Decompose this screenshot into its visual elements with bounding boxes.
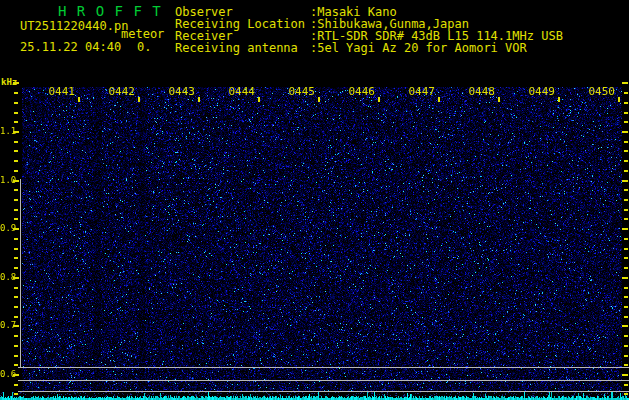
freq-tick-mark [624,384,628,386]
freq-tick-mark [624,345,628,347]
freq-tick-mark [624,238,628,240]
freq-tick-mark [14,248,18,250]
time-tick-label: 0445 [287,85,315,98]
time-tick-mark [618,97,620,102]
freq-tick-mark [13,82,19,84]
freq-tick-mark [624,364,628,366]
time-tick-mark [258,97,260,102]
freq-tick-label: 0.8 [0,272,16,282]
time-tick-label: 0446 [347,85,375,98]
freq-tick-mark [624,150,628,152]
freq-tick-mark [14,218,18,220]
freq-tick-mark [624,121,628,123]
freq-tick-mark [14,384,18,386]
freq-tick-mark [14,355,18,357]
freq-tick-mark [624,287,628,289]
freq-tick-mark [624,170,628,172]
datetime-text: 25.11.22 04:40 [20,40,121,54]
time-tick-mark [78,97,80,102]
noise-level-strip-canvas [0,392,629,400]
freq-tick-mark [624,160,628,162]
freq-tick-mark [624,102,628,104]
filename-text: UT2511220440.pn [20,19,128,33]
freq-tick-mark [14,209,18,211]
freq-tick-mark [624,316,628,318]
freq-tick-mark [14,345,18,347]
freq-tick-mark [624,296,628,298]
freq-tick-mark [14,257,18,259]
freq-tick-mark [624,199,628,201]
detection-band-lower-line [18,380,629,381]
freq-tick-mark [622,228,628,230]
receiving-antenna-label: Receiving antenna [175,41,298,55]
time-tick-label: 0448 [467,85,495,98]
freq-tick-mark [14,238,18,240]
freq-tick-mark [14,112,18,114]
freq-tick-mark [14,316,18,318]
freq-tick-mark [14,189,18,191]
freq-tick-mark [14,267,18,269]
spectrogram-canvas [22,87,622,391]
freq-tick-mark [14,121,18,123]
level-strip-top-line [18,391,629,392]
freq-tick-mark [14,306,18,308]
time-tick-label: 0444 [227,85,255,98]
freq-tick-label: 1.0 [0,175,16,185]
freq-tick-mark [624,393,628,395]
time-tick-mark [138,97,140,102]
time-tick-mark [318,97,320,102]
freq-tick-mark [624,306,628,308]
freq-tick-mark [622,325,628,327]
time-tick-label: 0447 [407,85,435,98]
freq-tick-mark [14,199,18,201]
freq-tick-mark [624,141,628,143]
time-tick-mark [558,97,560,102]
freq-tick-mark [622,180,628,182]
time-tick-mark [498,97,500,102]
freq-tick-label: 0.6 [0,369,16,379]
freq-tick-mark [14,150,18,152]
freq-tick-mark [14,170,18,172]
time-tick-mark [198,97,200,102]
freq-tick-mark [14,160,18,162]
freq-tick-mark [624,112,628,114]
receiving-antenna-value: :5el Yagi Az 20 for Aomori VOR [310,41,527,55]
time-tick-mark [378,97,380,102]
freq-tick-mark [14,335,18,337]
freq-tick-mark [624,189,628,191]
detection-band-upper-line [18,367,629,368]
freq-tick-mark [622,131,628,133]
app-title: H R O F F T [58,3,162,19]
freq-tick-mark [622,82,628,84]
echo-count: 0. [137,40,151,54]
freq-tick-mark [14,287,18,289]
freq-tick-mark [624,248,628,250]
freq-tick-mark [622,277,628,279]
time-tick-label: 0443 [167,85,195,98]
time-tick-label: 0449 [527,85,555,98]
left-frame-line [20,179,21,368]
freq-tick-label: 1.1 [0,126,16,136]
freq-tick-label: 0.9 [0,223,16,233]
filename-overlay-text: meteor [121,27,164,41]
time-tick-label: 0450 [587,85,615,98]
freq-tick-mark [624,92,628,94]
freq-tick-mark [624,209,628,211]
freq-tick-mark [14,393,18,395]
freq-tick-label: 0.7 [0,320,16,330]
freq-tick-mark [14,296,18,298]
freq-tick-mark [14,141,18,143]
time-tick-label: 0441 [47,85,75,98]
time-tick-mark [438,97,440,102]
hrofft-screen: H R O F F T UT2511220440.pn meteor 25.11… [0,0,629,400]
freq-tick-mark [14,364,18,366]
freq-tick-mark [14,92,18,94]
freq-tick-mark [624,355,628,357]
freq-tick-mark [624,257,628,259]
freq-tick-mark [622,374,628,376]
freq-tick-mark [624,335,628,337]
freq-tick-mark [624,218,628,220]
freq-tick-mark [14,102,18,104]
time-tick-label: 0442 [107,85,135,98]
freq-tick-mark [624,267,628,269]
